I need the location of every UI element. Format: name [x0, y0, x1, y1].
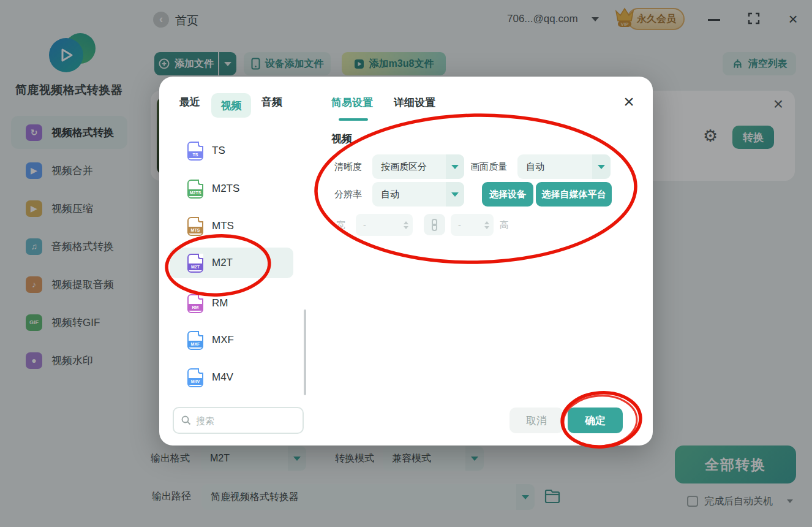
height-value: - [451, 220, 480, 230]
clarity-value: 按画质区分 [372, 161, 446, 173]
modal-close-icon[interactable]: × [620, 91, 638, 112]
quality-value: 自动 [517, 161, 592, 173]
format-item-mxf[interactable]: MXF MXF [170, 325, 293, 355]
file-format-icon: M4V [187, 368, 203, 387]
format-item-m2t-selected[interactable]: M2T M2T [170, 248, 293, 278]
video-section-heading: 视频 [331, 132, 352, 146]
file-format-icon: TS [187, 142, 203, 161]
file-format-icon: RM [187, 294, 203, 313]
file-format-icon: M2TS [187, 180, 203, 199]
file-format-icon: MTS [187, 217, 203, 236]
format-label: M2TS [212, 183, 239, 195]
clarity-label: 清晰度 [334, 161, 362, 173]
tab-simple-settings-active[interactable]: 简易设置 [331, 96, 373, 110]
height-label: 高 [500, 219, 509, 231]
format-item-rm[interactable]: RM RM [170, 288, 293, 319]
format-label: MTS [212, 220, 234, 232]
quality-select[interactable]: 自动 [517, 154, 611, 179]
tab-recent[interactable]: 最近 [179, 95, 200, 109]
stepper-arrows-icon[interactable] [480, 221, 494, 229]
resolution-label: 分辨率 [334, 189, 362, 200]
stepper-arrows-icon[interactable] [399, 221, 413, 229]
format-item-m2ts[interactable]: M2TS M2TS [170, 173, 293, 204]
height-stepper[interactable]: - [451, 214, 494, 236]
width-stepper[interactable]: - [356, 214, 413, 236]
clarity-select[interactable]: 按画质区分 [372, 154, 464, 179]
chevron-down-icon [446, 154, 464, 179]
scrollbar-thumb[interactable] [304, 309, 306, 395]
format-item-mts[interactable]: MTS MTS [170, 211, 293, 241]
resolution-select[interactable]: 自动 [372, 182, 464, 207]
file-format-icon: M2T [187, 254, 203, 273]
select-media-platform-button[interactable]: 选择自媒体平台 [536, 182, 612, 207]
search-icon [181, 415, 191, 425]
format-item-m4v[interactable]: M4V M4V [170, 362, 293, 393]
search-input[interactable] [196, 415, 282, 426]
format-item-ts[interactable]: TS TS [170, 135, 293, 166]
aspect-link-icon[interactable] [424, 214, 445, 235]
format-label: M2T [212, 257, 233, 269]
file-format-icon: MXF [187, 331, 203, 350]
format-label: RM [212, 297, 228, 309]
resolution-value: 自动 [372, 189, 446, 200]
cancel-button[interactable]: 取消 [509, 408, 563, 433]
active-tab-underline [339, 118, 368, 121]
format-label: TS [212, 145, 225, 157]
width-label: 宽 [336, 219, 345, 231]
quality-label: 画面质量 [470, 161, 507, 173]
chevron-down-icon [446, 182, 464, 207]
format-list-scrollbar[interactable] [304, 135, 306, 398]
select-device-button[interactable]: 选择设备 [482, 182, 533, 207]
format-search[interactable] [173, 407, 304, 434]
width-value: - [356, 220, 399, 230]
confirm-button[interactable]: 确定 [568, 408, 623, 433]
format-label: MXF [212, 334, 234, 346]
tab-detailed-settings[interactable]: 详细设置 [394, 96, 435, 110]
format-settings-modal: 最近 视频 音频 TS TS M2TS M2TS MTS MTS M2T M2T… [159, 77, 653, 445]
chevron-down-icon [592, 154, 611, 179]
tab-video-active[interactable]: 视频 [211, 93, 251, 118]
app-window: ‹ 首页 706...@qq.com 永久会员 VIP × 简鹿视频格式转换器 … [0, 0, 812, 527]
tab-audio[interactable]: 音频 [261, 95, 282, 109]
format-label: M4V [212, 371, 233, 384]
